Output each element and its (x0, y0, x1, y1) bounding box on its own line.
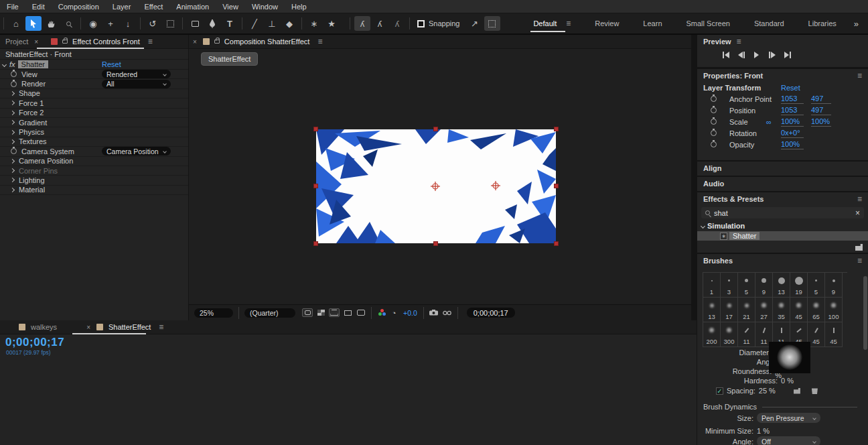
menu-item[interactable]: File (0, 3, 25, 11)
rectangle-tool[interactable] (187, 16, 203, 31)
type-tool[interactable]: T (222, 16, 238, 31)
workspace-overflow-chevron[interactable]: » (854, 19, 859, 29)
effect-item-shatter[interactable]: ∗ Shatter (697, 231, 868, 241)
selection-handle[interactable] (313, 241, 318, 246)
effect-header-row[interactable]: fx Shatter Reset (0, 60, 188, 70)
brush-preset[interactable]: 9 (825, 273, 843, 298)
effect-property-row[interactable]: Corner Pins (0, 166, 188, 176)
workspace-tab[interactable]: Libraries ≡ (796, 16, 849, 31)
composition-canvas[interactable] (316, 129, 556, 243)
menu-item[interactable]: Effect (137, 3, 169, 11)
roto-brush-tool[interactable]: ∗ (306, 16, 322, 31)
effect-property-row[interactable]: Material (0, 186, 188, 195)
property-value-x[interactable]: 1053 (781, 94, 804, 104)
selection-handle[interactable] (554, 127, 559, 131)
align-panel[interactable]: Align (697, 162, 868, 176)
category-simulation[interactable]: Simulation (697, 220, 868, 231)
transform-property-row[interactable]: Scale ∞ 100% 100% (697, 116, 868, 127)
menu-item[interactable]: Edit (25, 3, 52, 11)
property-value-x[interactable]: 1053 (781, 106, 804, 115)
property-dropdown[interactable]: All (102, 80, 171, 88)
effect-property-row[interactable]: Physics (0, 127, 188, 137)
selection-tool[interactable] (25, 16, 42, 31)
tab-effect-controls[interactable]: Effect Controls Front (72, 38, 140, 46)
link-scale-icon[interactable]: ∞ (766, 118, 772, 126)
close-tab-icon[interactable]: × (193, 38, 197, 46)
brush-preset[interactable]: 5 (738, 273, 755, 298)
exposure-value[interactable]: +0.0 (403, 309, 417, 317)
channel-rgb-icon[interactable] (378, 309, 387, 317)
brush-preset[interactable]: 17 (721, 298, 738, 322)
camera-tool[interactable] (162, 16, 178, 31)
expand-chevron-icon[interactable] (10, 188, 15, 192)
previous-frame-button[interactable] (735, 50, 747, 60)
snapping-control[interactable]: Snapping (417, 19, 460, 27)
close-tab-icon[interactable]: × (34, 38, 38, 46)
tab-walkeys[interactable]: walkeys (31, 323, 57, 331)
selection-handle[interactable] (554, 184, 559, 188)
composition-breadcrumb-chip[interactable]: ShatterEffect (201, 52, 258, 66)
show-snapshot-glasses-icon[interactable] (442, 308, 453, 317)
menu-item[interactable]: Animation (169, 3, 216, 11)
menu-item[interactable]: View (216, 3, 245, 11)
expand-chevron-icon[interactable] (10, 139, 15, 144)
selection-handle[interactable] (554, 241, 559, 246)
workspace-tab[interactable]: Default ≡ (521, 16, 583, 31)
snap-feature-icon[interactable] (484, 16, 500, 31)
effects-search-input[interactable] (714, 209, 828, 217)
brush-property-value[interactable]: 0 % (781, 377, 794, 385)
puppet-pin-tool[interactable]: ★ (323, 16, 340, 31)
stopwatch-icon[interactable] (11, 81, 17, 87)
stopwatch-icon[interactable] (711, 141, 717, 147)
new-panel-icon[interactable] (855, 244, 863, 251)
brush-preset[interactable]: 1 (703, 273, 721, 298)
menu-item[interactable]: Help (285, 3, 313, 11)
effect-property-row[interactable]: Force 1 (0, 99, 188, 108)
resolution-dropdown[interactable]: (Quarter) (244, 308, 295, 318)
effects-search-box[interactable]: × (701, 207, 864, 218)
current-timecode[interactable]: 0;00;00;17 (5, 336, 64, 349)
collapse-chevron-icon[interactable] (2, 62, 7, 66)
dolly-camera-tool[interactable]: ↓ (120, 16, 136, 31)
pan-camera-tool[interactable]: + (102, 16, 119, 31)
first-frame-button[interactable] (720, 50, 731, 60)
effect-property-row[interactable]: Render All (0, 79, 188, 88)
brush-preset[interactable]: 35 (773, 298, 790, 322)
property-value-y[interactable]: 497 (811, 106, 831, 115)
property-value-x[interactable]: 100% (781, 140, 804, 149)
stopwatch-icon[interactable] (711, 96, 717, 102)
stopwatch-icon[interactable] (711, 130, 717, 136)
transform-property-row[interactable]: Position ∞ 1053 497 (697, 105, 868, 116)
stopwatch-icon[interactable] (711, 107, 717, 113)
brush-preset[interactable]: 9 (755, 273, 773, 298)
effect-property-row[interactable]: Camera Position (0, 157, 188, 166)
reset-link[interactable]: Reset (102, 60, 121, 68)
mask-visibility-icon[interactable] (342, 308, 353, 317)
transform-reset-link[interactable]: Reset (781, 84, 800, 92)
next-frame-button[interactable] (766, 50, 778, 60)
brush-preset[interactable]: 65 (808, 298, 825, 322)
expand-chevron-icon[interactable] (10, 129, 15, 134)
brush-preset[interactable]: 5 (808, 273, 825, 298)
panel-scrollbar[interactable] (863, 276, 867, 350)
expand-chevron-icon[interactable] (10, 178, 15, 182)
delete-brush-icon[interactable] (812, 387, 818, 394)
panel-menu-icon[interactable]: ≡ (737, 37, 741, 46)
workspace-tab[interactable]: Learn ≡ (631, 16, 674, 31)
puppet-position-pin-tool[interactable]: ʎ (354, 16, 370, 31)
selection-handle[interactable] (313, 127, 318, 131)
rotation-tool[interactable]: ↺ (145, 16, 161, 31)
panel-menu-icon[interactable]: ≡ (159, 322, 163, 332)
size-dropdown[interactable]: Pen Pressure (757, 413, 820, 423)
expand-chevron-icon[interactable] (10, 159, 15, 164)
property-dropdown[interactable]: Camera Position (102, 147, 171, 155)
expand-chevron-icon[interactable] (10, 168, 15, 173)
property-value-x[interactable]: 100% (781, 117, 804, 127)
puppet-starch-pin-tool[interactable]: ʎ (372, 16, 388, 31)
effect-property-row[interactable]: Lighting (0, 176, 188, 185)
clone-stamp-tool[interactable]: ⊥ (264, 16, 280, 31)
hand-tool[interactable] (43, 16, 59, 31)
expand-chevron-icon[interactable] (10, 101, 15, 105)
stopwatch-icon[interactable] (711, 119, 717, 125)
brush-preset[interactable]: 3 (721, 273, 738, 298)
